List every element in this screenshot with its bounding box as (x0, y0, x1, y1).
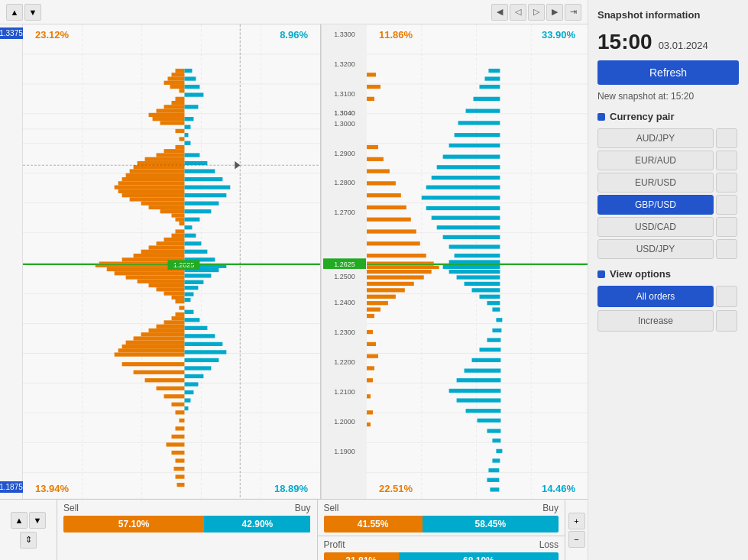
right-buy-label: Buy (542, 503, 559, 513)
svg-rect-124 (184, 225, 192, 229)
loss-bar: 68.19% (399, 552, 559, 560)
currency-row-usdcad: USD/CAD (597, 217, 739, 237)
svg-rect-96 (175, 410, 184, 414)
svg-rect-261 (466, 409, 501, 413)
svg-rect-253 (492, 329, 501, 332)
price-axis-svg: 1.3300 1.3200 1.3100 1.3040 1.3000 1.290… (322, 24, 368, 499)
svg-rect-48 (118, 181, 185, 185)
svg-rect-115 (184, 153, 199, 157)
svg-rect-211 (367, 288, 405, 292)
svg-rect-36 (160, 121, 185, 125)
svg-rect-260 (457, 398, 501, 402)
svg-rect-35 (153, 117, 185, 121)
currency-btn-euraud[interactable]: EUR/AUD (597, 151, 714, 170)
snapshot-time: 15:00 03.01.2024 (597, 30, 739, 54)
currency-btn-audjpy[interactable]: AUD/JPY (597, 128, 714, 148)
svg-rect-259 (449, 389, 501, 393)
svg-rect-226 (479, 85, 500, 89)
svg-rect-137 (184, 318, 199, 322)
svg-rect-53 (141, 202, 185, 206)
svg-rect-24 (175, 69, 184, 73)
svg-rect-83 (149, 329, 185, 332)
svg-rect-45 (130, 169, 185, 173)
svg-rect-267 (488, 468, 499, 472)
chart-down-btn[interactable]: ▼ (29, 512, 46, 529)
svg-text:1.3100: 1.3100 (334, 89, 355, 97)
svg-rect-229 (458, 121, 500, 125)
svg-rect-84 (141, 332, 185, 336)
next-page-btn[interactable]: ▷ (528, 4, 545, 21)
svg-rect-78 (179, 306, 184, 309)
loss-label: Loss (539, 539, 559, 550)
svg-rect-98 (175, 426, 184, 430)
svg-rect-103 (173, 467, 184, 471)
svg-rect-118 (184, 177, 222, 181)
all-orders-btn[interactable]: All orders (597, 286, 714, 307)
svg-rect-142 (184, 358, 219, 362)
scroll-down-btn[interactable]: ▼ (24, 4, 41, 21)
scroll-up-btn[interactable]: ▲ (6, 4, 23, 21)
svg-rect-201 (367, 206, 406, 209)
last-page-btn[interactable]: ⇥ (565, 4, 581, 21)
currency-btn-eurusd[interactable]: EUR/USD (597, 173, 714, 193)
svg-rect-238 (432, 216, 500, 220)
left-sb-labels: Sell Buy (63, 503, 311, 513)
svg-rect-77 (175, 299, 184, 303)
svg-text:1.3000: 1.3000 (334, 119, 355, 127)
svg-rect-93 (157, 387, 185, 390)
svg-rect-205 (367, 254, 426, 257)
currency-btn-usdcad[interactable]: USD/CAD (597, 217, 714, 237)
svg-rect-195 (367, 97, 374, 101)
svg-rect-87 (122, 345, 185, 348)
svg-rect-208 (367, 270, 432, 274)
svg-rect-148 (184, 406, 188, 410)
svg-rect-246 (457, 275, 500, 279)
svg-rect-108 (184, 85, 199, 89)
svg-rect-233 (437, 165, 500, 169)
pl-bar: 31.81% 68.19% (324, 552, 559, 560)
svg-text:1.2300: 1.2300 (334, 329, 355, 336)
svg-rect-203 (367, 229, 416, 233)
svg-rect-134 (184, 292, 193, 296)
refresh-button[interactable]: Refresh (597, 60, 739, 85)
svg-text:1.2400: 1.2400 (334, 299, 355, 306)
svg-rect-193 (367, 73, 376, 76)
svg-rect-218 (367, 354, 378, 358)
expand-btn[interactable]: ⇕ (20, 532, 37, 549)
prev-page-btn[interactable]: ◁ (510, 4, 526, 21)
chart-up-btn[interactable]: ▲ (11, 512, 28, 529)
svg-text:1.3200: 1.3200 (334, 60, 355, 68)
svg-rect-234 (432, 176, 500, 180)
svg-rect-38 (179, 137, 184, 141)
svg-rect-252 (496, 318, 502, 322)
first-page-btn[interactable]: ◀ (491, 4, 508, 21)
svg-rect-123 (184, 218, 199, 222)
svg-rect-256 (472, 358, 501, 362)
fast-forward-btn[interactable]: ▶ (546, 4, 563, 21)
svg-rect-127 (184, 250, 207, 254)
svg-rect-44 (134, 165, 185, 169)
currency-btn-usdjpy[interactable]: USD/JPY (597, 239, 714, 259)
right-panel: Snapshot information 15:00 03.01.2024 Re… (588, 0, 748, 560)
svg-rect-61 (164, 238, 185, 241)
svg-rect-30 (175, 97, 184, 101)
svg-text:1.2000: 1.2000 (334, 418, 355, 426)
svg-rect-49 (115, 186, 185, 189)
currency-row-usdjpy: USD/JPY (597, 239, 739, 259)
plus-btn[interactable]: + (568, 513, 585, 529)
bottom-price-badge: 1.1875 (0, 481, 26, 493)
gbpusd-indicator (716, 195, 737, 215)
plus-minus-controls: + − (565, 500, 588, 560)
svg-rect-85 (134, 336, 185, 340)
date-display: 03.01.2024 (659, 40, 708, 51)
svg-rect-135 (184, 298, 190, 302)
svg-rect-92 (145, 378, 185, 382)
svg-rect-221 (367, 394, 371, 398)
currency-btn-gbpusd[interactable]: GBP/USD (597, 195, 714, 215)
svg-rect-120 (184, 193, 226, 197)
increase-btn[interactable]: Increase (597, 310, 714, 332)
svg-rect-248 (472, 288, 500, 292)
svg-rect-102 (175, 458, 184, 462)
minus-btn[interactable]: − (568, 531, 585, 548)
usdjpy-indicator (716, 239, 737, 259)
